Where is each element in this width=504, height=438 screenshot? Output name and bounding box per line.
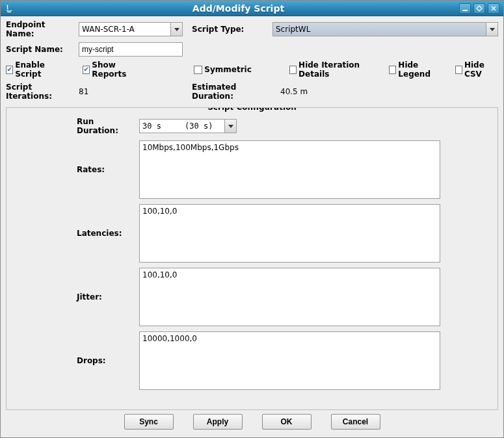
jitter-label: Jitter: [77,292,135,302]
hide-csv-label: Hide CSV [464,60,498,79]
hide-iteration-details-check[interactable]: Hide Iteration Details [289,60,378,79]
script-configuration-group: Script Configuration Run Duration: 30 s … [6,107,498,410]
run-duration-value: 30 s (30 s) [142,122,213,131]
drops-label: Drops: [77,356,135,365]
hide-csv-check[interactable]: Hide CSV [455,60,498,79]
hide-legend-check[interactable]: Hide Legend [389,60,445,79]
run-duration-label: Run Duration: [77,117,135,135]
endpoint-name-label: Endpoint Name: [6,20,75,38]
minimize-button[interactable] [459,3,471,14]
content-area: Endpoint Name: WAN-SCR-1-A Script Type: … [1,16,503,437]
svg-rect-0 [462,10,468,11]
row-checks: Enable Script Show Reports Symmetric Hid… [6,60,498,79]
latencies-input[interactable] [139,204,440,263]
rates-label: Rates: [77,165,135,174]
add-modify-script-window: Add/Modify Script Endpoint Name: WAN-SCR… [0,0,504,438]
hide-legend-label: Hide Legend [398,60,444,79]
drops-row: Drops: [77,331,440,390]
script-iterations-label: Script Iterations: [6,83,75,101]
script-name-input[interactable] [79,42,183,57]
jitter-row: Jitter: [77,268,440,326]
drops-input[interactable] [139,331,440,390]
script-name-label: Script Name: [6,45,75,54]
run-duration-row: Run Duration: 30 s (30 s) [77,117,440,135]
script-type-value: ScriptWL [276,25,310,34]
row-endpoint-scripttype: Endpoint Name: WAN-SCR-1-A Script Type: … [6,20,498,38]
window-buttons [459,3,499,14]
checkbox-icon [194,66,202,74]
apply-button[interactable]: Apply [193,414,243,430]
chevron-down-icon [486,23,497,36]
enable-script-check[interactable]: Enable Script [6,60,64,79]
java-icon [4,3,14,14]
script-configuration-inner: Run Duration: 30 s (30 s) Rates: Latenci… [12,117,492,404]
rates-row: Rates: [77,140,440,199]
script-iterations-value: 81 [79,87,183,96]
estimated-duration-label: Estimated Duration: [192,83,276,101]
chevron-down-icon [170,23,182,36]
show-reports-label: Show Reports [92,60,143,79]
checkbox-icon [83,66,90,74]
maximize-button[interactable] [473,3,485,14]
checkbox-icon [455,66,462,74]
enable-script-label: Enable Script [15,60,64,79]
hide-iteration-details-label: Hide Iteration Details [298,60,378,79]
jitter-input[interactable] [139,268,440,326]
ok-button[interactable]: OK [262,414,312,430]
script-type-combo[interactable]: ScriptWL [272,22,498,36]
window-title: Add/Modify Script [18,3,459,14]
titlebar: Add/Modify Script [1,1,503,16]
endpoint-name-value: WAN-SCR-1-A [82,25,135,34]
sync-button[interactable]: Sync [124,414,174,430]
close-button[interactable] [488,3,499,14]
chevron-down-icon [224,120,236,133]
run-duration-combo[interactable]: 30 s (30 s) [139,119,237,133]
rates-input[interactable] [139,140,440,199]
script-type-label: Script Type: [192,25,269,34]
latencies-label: Latencies: [77,229,135,238]
checkbox-icon [289,66,297,74]
button-bar: Sync Apply OK Cancel [6,410,498,435]
row-iterations-duration: Script Iterations: 81 Estimated Duration… [6,83,498,101]
symmetric-label: Symmetric [204,65,252,74]
cancel-button[interactable]: Cancel [331,414,380,430]
checkbox-icon [6,66,13,74]
script-configuration-title: Script Configuration [204,107,300,112]
show-reports-check[interactable]: Show Reports [83,60,143,79]
checkbox-icon [389,66,396,74]
endpoint-name-combo[interactable]: WAN-SCR-1-A [79,22,183,36]
symmetric-check[interactable]: Symmetric [194,65,252,74]
latencies-row: Latencies: [77,204,440,263]
row-script-name: Script Name: [6,42,498,57]
estimated-duration-value: 40.5 m [280,87,308,96]
